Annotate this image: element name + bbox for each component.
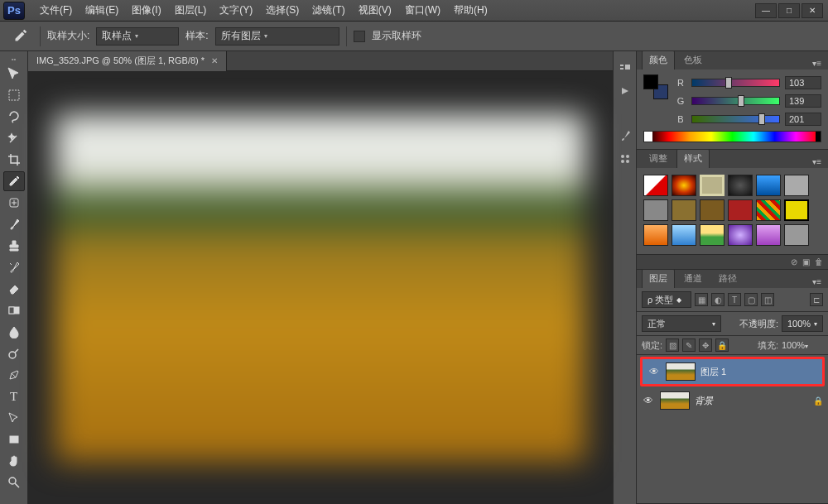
color-spectrum[interactable] bbox=[643, 131, 821, 142]
tools-collapse-icon[interactable]: •• bbox=[0, 55, 28, 63]
menu-filter[interactable]: 滤镜(T) bbox=[306, 0, 351, 22]
history-panel-icon[interactable] bbox=[618, 61, 633, 74]
sample-size-select[interactable]: 取样点▾ bbox=[96, 27, 179, 46]
window-close-button[interactable]: ✕ bbox=[802, 3, 823, 18]
tab-adjustments[interactable]: 调整 bbox=[642, 149, 675, 168]
dodge-tool[interactable] bbox=[3, 343, 25, 363]
filter-toggle-switch[interactable]: ⊏ bbox=[810, 293, 823, 306]
style-swatch[interactable] bbox=[643, 175, 668, 196]
app-logo-icon[interactable]: Ps bbox=[3, 2, 25, 20]
crop-tool[interactable] bbox=[3, 150, 25, 170]
window-maximize-button[interactable]: □ bbox=[778, 3, 800, 18]
menu-file[interactable]: 文件(F) bbox=[33, 0, 79, 22]
clear-style-icon[interactable]: ⊘ bbox=[791, 257, 797, 266]
menu-image[interactable]: 图像(I) bbox=[125, 0, 167, 22]
layer-thumbnail[interactable] bbox=[666, 362, 696, 381]
pen-tool[interactable] bbox=[3, 365, 25, 385]
style-swatch[interactable] bbox=[756, 175, 781, 196]
filter-type-icon[interactable]: T bbox=[728, 293, 741, 306]
panel-menu-icon[interactable]: ▾≡ bbox=[809, 276, 825, 288]
blur-tool[interactable] bbox=[3, 322, 25, 342]
healing-brush-tool[interactable] bbox=[3, 193, 25, 213]
eyedropper-tool[interactable] bbox=[3, 171, 25, 191]
menu-view[interactable]: 视图(V) bbox=[352, 0, 398, 22]
style-swatch[interactable] bbox=[643, 199, 668, 221]
filter-smart-icon[interactable]: ◫ bbox=[761, 293, 774, 306]
r-slider[interactable] bbox=[691, 79, 780, 87]
document-tab[interactable]: IMG_3529.JPG @ 50% (图层 1, RGB/8) * ✕ bbox=[28, 51, 227, 71]
tab-channels[interactable]: 通道 bbox=[676, 269, 710, 288]
eraser-tool[interactable] bbox=[3, 279, 25, 299]
g-slider[interactable] bbox=[691, 97, 780, 105]
menu-layer[interactable]: 图层(L) bbox=[168, 0, 214, 22]
style-swatch[interactable] bbox=[784, 199, 809, 221]
layer-row-background[interactable]: 👁 背景 🔒 bbox=[637, 388, 828, 413]
style-swatch[interactable] bbox=[728, 199, 753, 221]
brush-panel-icon[interactable] bbox=[618, 129, 633, 142]
menu-window[interactable]: 窗口(W) bbox=[398, 0, 447, 22]
path-selection-tool[interactable] bbox=[3, 408, 25, 428]
style-swatch[interactable] bbox=[728, 224, 753, 246]
magic-wand-tool[interactable] bbox=[3, 128, 25, 148]
menu-help[interactable]: 帮助(H) bbox=[447, 0, 494, 22]
lasso-tool[interactable] bbox=[3, 107, 25, 127]
foreground-color-swatch[interactable] bbox=[643, 74, 658, 89]
r-value[interactable]: 103 bbox=[785, 76, 821, 89]
b-value[interactable]: 201 bbox=[785, 113, 821, 126]
lock-transparency-icon[interactable]: ▨ bbox=[666, 338, 679, 352]
tab-styles[interactable]: 样式 bbox=[676, 149, 710, 168]
show-sampling-ring-checkbox[interactable] bbox=[354, 31, 365, 42]
style-swatch[interactable] bbox=[756, 199, 781, 221]
stamp-tool[interactable] bbox=[3, 236, 25, 256]
history-brush-tool[interactable] bbox=[3, 257, 25, 277]
tab-swatches[interactable]: 色板 bbox=[676, 50, 710, 70]
filter-shape-icon[interactable]: ▢ bbox=[744, 293, 758, 306]
lock-pixels-icon[interactable]: ✎ bbox=[682, 338, 696, 352]
layer-row-1[interactable]: 👁 图层 1 bbox=[643, 359, 822, 384]
style-swatch[interactable] bbox=[756, 224, 781, 246]
style-swatch[interactable] bbox=[672, 224, 696, 246]
opacity-field[interactable]: 100%▾ bbox=[782, 315, 823, 332]
move-tool[interactable] bbox=[3, 64, 25, 84]
hand-tool[interactable] bbox=[3, 451, 25, 471]
filter-adjust-icon[interactable]: ◐ bbox=[711, 293, 724, 306]
fg-bg-swatch[interactable] bbox=[643, 74, 668, 99]
window-minimize-button[interactable]: — bbox=[755, 3, 777, 18]
gradient-tool[interactable] bbox=[3, 300, 25, 320]
tab-paths[interactable]: 路径 bbox=[711, 269, 744, 288]
zoom-tool[interactable] bbox=[3, 473, 25, 492]
style-swatch[interactable] bbox=[643, 224, 668, 246]
menu-edit[interactable]: 编辑(E) bbox=[79, 0, 125, 22]
b-slider[interactable] bbox=[691, 115, 780, 123]
type-tool[interactable]: T bbox=[3, 386, 25, 406]
tab-color[interactable]: 颜色 bbox=[642, 50, 675, 70]
close-icon[interactable]: ✕ bbox=[211, 56, 218, 65]
visibility-toggle-icon[interactable]: 👁 bbox=[642, 394, 655, 407]
menu-type[interactable]: 文字(Y) bbox=[213, 0, 259, 22]
actions-panel-icon[interactable] bbox=[618, 84, 633, 98]
rectangle-tool[interactable] bbox=[3, 430, 25, 449]
blend-mode-select[interactable]: 正常▾ bbox=[642, 315, 721, 332]
filter-pixel-icon[interactable]: ▦ bbox=[695, 293, 708, 306]
tab-layers[interactable]: 图层 bbox=[642, 269, 675, 288]
style-swatch[interactable] bbox=[672, 175, 696, 196]
marquee-tool[interactable] bbox=[3, 85, 25, 105]
style-swatch[interactable] bbox=[728, 175, 753, 196]
active-tool-icon[interactable] bbox=[7, 26, 33, 47]
style-swatch[interactable] bbox=[784, 175, 809, 196]
canvas[interactable] bbox=[28, 71, 613, 504]
lock-all-icon[interactable]: 🔒 bbox=[715, 338, 729, 352]
visibility-toggle-icon[interactable]: 👁 bbox=[647, 365, 661, 378]
trash-icon[interactable]: 🗑 bbox=[815, 257, 823, 266]
style-swatch[interactable] bbox=[700, 175, 724, 196]
panel-menu-icon[interactable]: ▾≡ bbox=[809, 57, 825, 70]
style-swatch[interactable] bbox=[700, 199, 724, 221]
new-style-icon[interactable]: ▣ bbox=[802, 257, 810, 266]
fill-field[interactable]: 100%▾ bbox=[782, 340, 823, 350]
lock-position-icon[interactable]: ✥ bbox=[699, 338, 712, 352]
brush-presets-panel-icon[interactable] bbox=[618, 152, 633, 166]
menu-select[interactable]: 选择(S) bbox=[259, 0, 306, 22]
style-swatch[interactable] bbox=[700, 224, 724, 246]
sample-scope-select[interactable]: 所有图层▾ bbox=[215, 27, 339, 46]
layer-filter-kind-select[interactable]: ρ 类型 ◆ bbox=[642, 291, 691, 308]
